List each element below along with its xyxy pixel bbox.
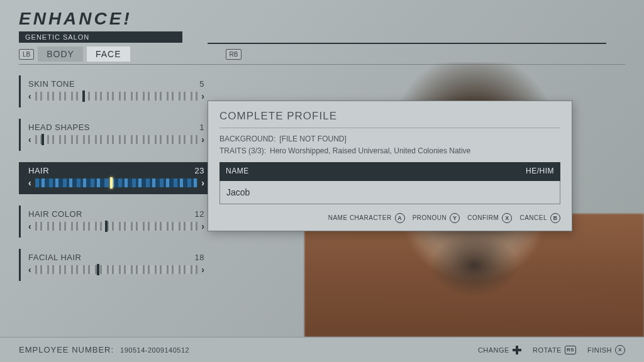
slider-facial-hair[interactable]: FACIAL HAIR 18 ‹ › bbox=[19, 249, 211, 281]
app-subtitle: GENETIC SALON bbox=[19, 31, 182, 43]
slider-track[interactable] bbox=[35, 178, 198, 187]
slider-track[interactable] bbox=[35, 222, 198, 231]
rs-stick-icon: RS bbox=[565, 346, 576, 354]
chevron-right-icon[interactable]: › bbox=[201, 91, 204, 101]
slider-panel: SKIN TONE 5 ‹ › HEAD SHAPES 1 ‹ › HAIR 2… bbox=[19, 75, 211, 281]
tab-body[interactable]: BODY bbox=[38, 47, 83, 62]
slider-head-shapes[interactable]: HEAD SHAPES 1 ‹ › bbox=[19, 119, 211, 151]
slider-track[interactable] bbox=[35, 92, 198, 101]
slider-hair[interactable]: HAIR 23 ‹ › bbox=[19, 162, 211, 194]
cancel-button[interactable]: CANCEL B bbox=[519, 213, 560, 223]
chevron-right-icon[interactable]: › bbox=[201, 265, 204, 275]
finish-button[interactable]: FINISH X bbox=[587, 345, 625, 355]
slider-value: 12 bbox=[195, 209, 204, 219]
employee-number-value: 190514-2009140512 bbox=[120, 346, 189, 354]
slider-value: 23 bbox=[195, 166, 204, 175]
header: ENHANCE! GENETIC SALON bbox=[19, 9, 625, 43]
name-input[interactable]: Jacob bbox=[219, 181, 560, 204]
modal-title: COMPLETE PROFILE bbox=[219, 110, 560, 128]
name-label: NAME bbox=[226, 165, 249, 177]
chevron-left-icon[interactable]: ‹ bbox=[28, 221, 31, 231]
modal-actions: NAME CHARACTER A PRONOUN Y CONFIRM X CAN… bbox=[219, 213, 560, 223]
chevron-left-icon[interactable]: ‹ bbox=[28, 91, 31, 101]
tab-face[interactable]: FACE bbox=[87, 47, 130, 62]
slider-label: HEAD SHAPES bbox=[28, 123, 90, 132]
dpad-icon bbox=[513, 346, 521, 354]
x-button-icon: X bbox=[615, 345, 625, 355]
slider-track[interactable] bbox=[35, 135, 198, 144]
slider-skin-tone[interactable]: SKIN TONE 5 ‹ › bbox=[19, 75, 211, 107]
slider-value: 5 bbox=[199, 79, 204, 89]
y-button-icon: Y bbox=[450, 213, 460, 223]
app-title: ENHANCE! bbox=[19, 9, 625, 29]
lb-bumper[interactable]: LB bbox=[19, 49, 34, 60]
slider-label: HAIR bbox=[28, 166, 49, 175]
traits-label: TRAITS (3/3): bbox=[219, 145, 266, 157]
change-button[interactable]: CHANGE bbox=[478, 346, 521, 354]
confirm-button[interactable]: CONFIRM X bbox=[467, 213, 512, 223]
pronoun-value: HE/HIM bbox=[526, 165, 554, 177]
slider-label: HAIR COLOR bbox=[28, 209, 82, 219]
complete-profile-modal: COMPLETE PROFILE BACKGROUND: [FILE NOT F… bbox=[208, 101, 572, 231]
slider-label: FACIAL HAIR bbox=[28, 253, 81, 262]
chevron-right-icon[interactable]: › bbox=[201, 221, 204, 231]
chevron-right-icon[interactable]: › bbox=[201, 134, 204, 145]
a-button-icon: A bbox=[395, 213, 405, 223]
slider-track[interactable] bbox=[35, 265, 198, 274]
slider-hair-color[interactable]: HAIR COLOR 12 ‹ › bbox=[19, 206, 211, 238]
pronoun-button[interactable]: PRONOUN Y bbox=[413, 213, 460, 223]
tabs-row: LB BODY FACE RB bbox=[19, 47, 625, 65]
employee-number-label: EMPLOYEE NUMBER: bbox=[19, 345, 114, 354]
name-header: NAME HE/HIM bbox=[219, 162, 560, 180]
slider-value: 1 bbox=[199, 123, 204, 132]
name-character-button[interactable]: NAME CHARACTER A bbox=[328, 213, 405, 223]
background-label: BACKGROUND: bbox=[219, 133, 275, 145]
slider-label: SKIN TONE bbox=[28, 79, 75, 89]
chevron-right-icon[interactable]: › bbox=[201, 178, 204, 188]
x-button-icon: X bbox=[502, 213, 512, 223]
chevron-left-icon[interactable]: ‹ bbox=[28, 265, 31, 275]
chevron-left-icon[interactable]: ‹ bbox=[28, 134, 31, 145]
rb-bumper[interactable]: RB bbox=[226, 49, 242, 60]
chevron-left-icon[interactable]: ‹ bbox=[28, 178, 31, 188]
footer: EMPLOYEE NUMBER: 190514-2009140512 CHANG… bbox=[0, 337, 644, 362]
background-value: [FILE NOT FOUND] bbox=[279, 133, 346, 145]
traits-value: Hero Worshipped, Raised Universal, Unite… bbox=[270, 145, 470, 157]
header-divider bbox=[208, 43, 606, 44]
b-button-icon: B bbox=[550, 213, 560, 223]
slider-value: 18 bbox=[195, 253, 204, 262]
rotate-button[interactable]: ROTATE RS bbox=[533, 346, 576, 354]
